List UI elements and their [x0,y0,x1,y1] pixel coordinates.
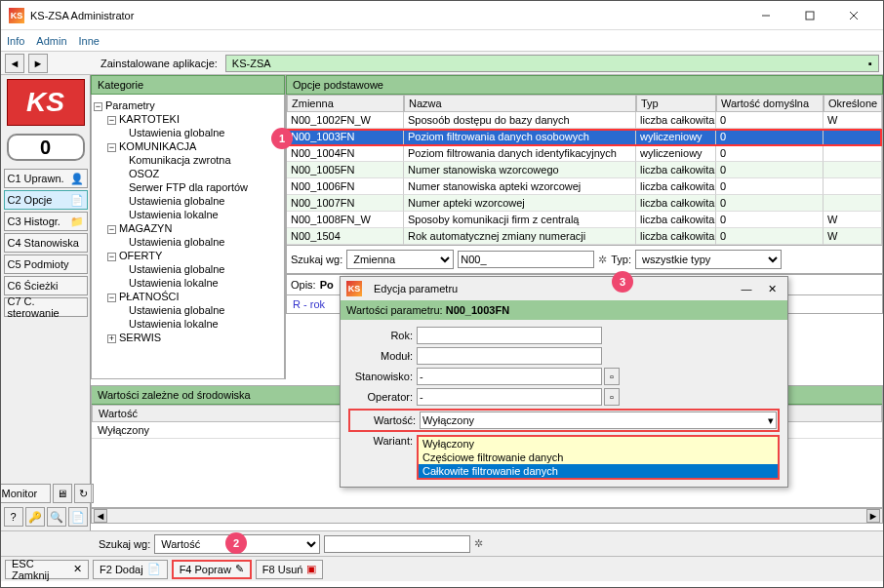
app-icon: KS [9,8,24,23]
col-nazwa[interactable]: Nazwa [404,95,636,112]
dropdown-option[interactable]: Wyłączony [419,437,778,451]
sidebar-c5-podmioty[interactable]: C5 Podmioty [4,255,88,274]
esc-close-button[interactable]: ESC Zamknij✕ [5,560,89,579]
dialog-titlebar: KS Edycja parametru 3 — ✕ [341,277,787,300]
maximize-button[interactable] [787,2,831,29]
installed-app-field[interactable]: KS-ZSA ▪ [225,55,879,72]
wartosc-dropdown-list[interactable]: Wyłączony Częściowe filtrowanie danych C… [417,435,780,480]
tree-root[interactable]: Parametry [105,99,155,111]
edit-parameter-dialog: KS Edycja parametru 3 — ✕ Wartości param… [340,276,788,488]
tree-item[interactable]: Ustawienia lokalne [129,209,219,220]
f2-add-button[interactable]: F2 Dodaj📄 [93,560,168,579]
stanowisko-browse-button[interactable]: ▫ [604,368,620,385]
tree-item[interactable]: Ustawienia globalne [129,127,224,138]
tree-kartoteki[interactable]: KARTOTEKI [119,113,180,125]
sidebar-c3-histogr[interactable]: C3 Histogr.📁 [4,212,88,231]
col-typ[interactable]: Typ [636,95,716,112]
tree-item[interactable]: Serwer FTP dla raportów [129,181,248,193]
categories-panel: Kategorie −Parametry −KARTOTEKI Ustawien… [91,75,286,379]
menu-info[interactable]: Info [7,35,24,47]
expander-icon[interactable]: − [94,102,102,111]
table-row[interactable]: N00_1504Rok automatycznej zmiany numerac… [287,228,882,245]
sidebar-c1-uprawn[interactable]: C1 Uprawn.👤 [4,169,88,188]
annotation-marker-1: 1 [271,128,293,149]
table-row[interactable]: N00_1008FN_WSposoby komunikacji firm z c… [287,212,882,228]
table-row-selected[interactable]: N00_1003FNPoziom filtrowania danych osob… [287,129,882,145]
expander-icon[interactable]: + [107,334,116,343]
operator-browse-button[interactable]: ▫ [604,388,620,406]
gear-icon[interactable]: ✲ [474,537,483,550]
sidebar-c7-sterowanie[interactable]: C7 C. sterowanie [4,297,88,317]
rok-input[interactable] [417,327,602,344]
key-icon[interactable]: 🔑 [25,507,45,527]
horizontal-scrollbar[interactable]: ◄ ► [91,508,883,524]
tree-item[interactable]: Ustawienia globalne [129,236,224,248]
expander-icon[interactable]: − [107,116,116,125]
type-filter-select[interactable]: wszystkie typy [635,250,782,269]
wartosc-select[interactable]: Wyłączony ▾ [420,412,777,429]
tree-item[interactable]: OSOZ [129,168,159,179]
scroll-left-icon[interactable]: ◄ [94,509,107,523]
gear-icon[interactable]: ✲ [598,254,607,266]
tree-item[interactable]: Ustawienia globalne [129,195,224,207]
doc-icon[interactable]: 📄 [68,507,88,527]
tree-serwis[interactable]: SERWIS [119,332,161,343]
tree-item[interactable]: Ustawienia lokalne [129,318,219,330]
menu-admin[interactable]: Admin [36,35,66,47]
nav-next-button[interactable]: ► [28,54,48,73]
expander-icon[interactable]: − [107,225,116,234]
close-button[interactable] [831,2,875,29]
monitor-screen-icon[interactable]: 🖥 [53,484,72,503]
wariant-label: Wariant: [348,435,413,447]
sidebar-c4-stanowiska[interactable]: C4 Stanowiska [4,233,88,253]
f8-delete-button[interactable]: F8 Usuń▣ [256,560,324,579]
dropdown-option[interactable]: Częściowe filtrowanie danych [419,451,778,464]
dropdown-option-selected[interactable]: Całkowite filtrowanie danych [419,464,778,478]
tree-oferty[interactable]: OFERTY [119,250,162,261]
col-default[interactable]: Wartość domyślna [716,95,824,112]
sidebar-c2-opcje[interactable]: C2 Opcje📄 [4,190,88,210]
dialog-close-button[interactable]: ✕ [762,283,782,295]
minimize-button[interactable] [743,2,787,29]
sidebar-c6-sciezki[interactable]: C6 Ścieżki [4,276,88,295]
table-row[interactable]: N00_1006FNNumer stanowiska apteki wzorco… [287,178,882,195]
table-row[interactable]: N00_1005FNNumer stanowiska wzorcowegolic… [287,162,882,178]
scroll-right-icon[interactable]: ► [866,509,880,523]
left-sidebar: KS 0 C1 Uprawn.👤 C2 Opcje📄 C3 Histogr.📁 … [1,75,91,530]
search-value-input[interactable] [458,251,594,268]
modul-input[interactable] [417,347,602,365]
table-row[interactable]: N00_1004FNPoziom filtrowania danych iden… [287,145,882,162]
table-row[interactable]: N00_1002FN_WSposoób dostępu do bazy dany… [287,112,882,129]
expander-icon[interactable]: − [107,294,116,302]
table-row[interactable]: N00_1007FNNumer apteki wzorcowejliczba c… [287,195,882,212]
svg-rect-1 [806,12,814,20]
expander-icon[interactable]: − [107,143,116,152]
stanowisko-input[interactable]: - [417,368,602,385]
search-icon[interactable]: 🔍 [47,507,66,527]
dialog-minimize-icon[interactable]: — [737,283,756,294]
operator-label: Operator: [348,391,413,403]
tree-item[interactable]: Ustawienia globalne [129,304,224,316]
operator-input[interactable]: - [417,388,602,406]
expander-icon[interactable]: − [107,253,116,261]
col-zmienna[interactable]: Zmienna [287,95,404,112]
nav-prev-button[interactable]: ◄ [5,54,24,73]
monitor-button[interactable]: Monitor [0,484,51,503]
f4-edit-button[interactable]: F4 Popraw✎ [172,560,252,579]
search-field-select[interactable]: Zmienna [346,250,454,269]
tree-platnosci[interactable]: PŁATNOŚCI [119,291,180,302]
menu-inne[interactable]: Inne [79,35,100,47]
footer-actions-row: ESC Zamknij✕ F2 Dodaj📄 F4 Popraw✎ F8 Usu… [1,556,883,581]
help-icon[interactable]: ? [4,507,23,527]
tree-magazyn[interactable]: MAGAZYN [119,222,172,234]
col-okreslone[interactable]: Określone [824,95,882,112]
search2-input[interactable] [324,535,470,553]
categories-tree[interactable]: −Parametry −KARTOTEKI Ustawienia globaln… [91,95,285,379]
add-icon: 📄 [147,563,161,575]
annotation-marker-2: 2 [225,532,247,554]
tree-item[interactable]: Ustawienia globalne [129,263,224,275]
counter-display: 0 [7,134,85,161]
tree-komunikacja[interactable]: KOMUNIKACJA [119,140,196,152]
tree-item[interactable]: Ustawienia lokalne [129,277,219,289]
tree-item[interactable]: Komunikacja zwrotna [129,154,231,166]
